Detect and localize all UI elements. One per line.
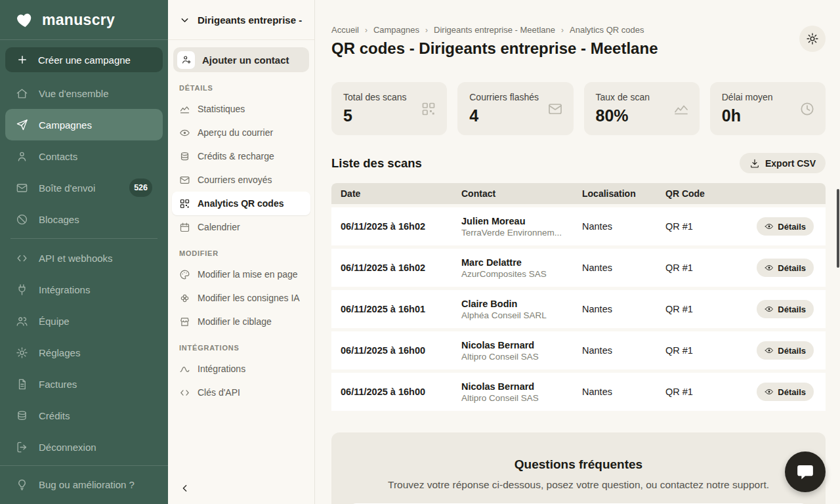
details-label: Détails xyxy=(778,222,806,232)
sidebar-item-outbox[interactable]: Boîte d'envoi 526 xyxy=(5,172,163,203)
details-button[interactable]: Détails xyxy=(757,383,814,401)
scan-qr-code: QR #1 xyxy=(665,345,739,356)
panel-item-integrations[interactable]: Intégrations xyxy=(172,357,310,381)
chat-widget-button[interactable] xyxy=(785,452,826,492)
export-csv-button[interactable]: Export CSV xyxy=(740,153,826,173)
panel-item-calendar[interactable]: Calendrier xyxy=(172,215,310,239)
details-button[interactable]: Détails xyxy=(757,341,814,360)
breadcrumb-campaign[interactable]: Dirigeants entreprise - Meetlane xyxy=(434,25,555,35)
sidebar-item-api-webhooks[interactable]: API et webhooks xyxy=(5,242,163,274)
ban-icon xyxy=(16,213,28,226)
campaign-selector[interactable]: Dirigeants entreprise - ... xyxy=(168,0,314,40)
sidebar-item-campaigns[interactable]: Campagnes xyxy=(5,109,163,140)
sidebar-item-settings[interactable]: Réglages xyxy=(5,337,163,368)
sidebar-item-bug-report[interactable]: Bug ou amélioration ? xyxy=(5,469,163,500)
export-csv-label: Export CSV xyxy=(765,158,816,169)
create-campaign-label: Créer une campagne xyxy=(38,54,131,66)
panel-item-api-keys[interactable]: Clés d'API xyxy=(172,381,310,404)
chevron-down-icon xyxy=(179,14,190,26)
create-campaign-button[interactable]: Créer une campagne xyxy=(5,47,163,72)
scan-date: 06/11/2025 à 16h00 xyxy=(341,387,461,397)
scan-list-heading: Liste des scans xyxy=(331,156,422,171)
coins-icon xyxy=(179,151,190,162)
code-icon xyxy=(179,387,190,398)
breadcrumb-separator: › xyxy=(425,26,428,35)
panel-item-label: Intégrations xyxy=(198,364,245,374)
contact-name: Nicolas Bernard xyxy=(461,381,582,392)
add-contact-button[interactable]: Ajouter un contact xyxy=(173,47,309,72)
section-label-integrations: INTÉGRATIONS xyxy=(168,333,314,357)
contact-company: Altipro Conseil SAS xyxy=(461,352,574,362)
qr-code-icon xyxy=(421,101,436,117)
details-button[interactable]: Détails xyxy=(757,217,814,236)
faq-subtitle: Trouvez votre réponse ci-dessous, posez … xyxy=(348,479,808,491)
details-label: Détails xyxy=(778,263,806,273)
breadcrumb-separator: › xyxy=(365,26,368,35)
sidebar-item-label: Bug ou amélioration ? xyxy=(39,479,135,490)
table-row: 06/11/2025 à 16h02 Marc Delattre AzurCom… xyxy=(331,249,826,287)
panel-item-edit-targeting[interactable]: Modifier le ciblage xyxy=(172,310,310,333)
mail-icon xyxy=(179,175,190,186)
table-row: 06/11/2025 à 16h01 Claire Bodin Alphéa C… xyxy=(331,290,826,328)
sidebar-item-label: Contacts xyxy=(39,151,77,162)
chat-icon xyxy=(795,462,815,482)
main-content: Accueil › Campagnes › Dirigeants entrepr… xyxy=(315,0,840,504)
column-header-date: Date xyxy=(341,188,461,199)
sidebar-item-label: Factures xyxy=(39,379,77,390)
trend-icon xyxy=(673,101,689,117)
outbox-count-badge: 526 xyxy=(129,178,152,197)
table-header-row: Date Contact Localisation QR Code xyxy=(331,183,826,204)
scan-location: Nantes xyxy=(582,262,665,273)
scan-qr-code: QR #1 xyxy=(665,387,739,397)
sidebar-item-team[interactable]: Équipe xyxy=(5,305,163,337)
panel-item-qr-analytics[interactable]: Analytics QR codes xyxy=(172,192,310,215)
panel-item-label: Calendrier xyxy=(198,222,240,232)
breadcrumb-campaigns[interactable]: Campagnes xyxy=(373,25,419,35)
details-button[interactable]: Détails xyxy=(757,259,814,277)
sidebar-item-label: Équipe xyxy=(39,316,70,327)
page-settings-button[interactable] xyxy=(799,26,826,52)
breadcrumb-home[interactable]: Accueil xyxy=(331,25,359,35)
panel-item-credits-recharge[interactable]: Crédits & recharge xyxy=(172,144,310,168)
breadcrumb-qr-analytics[interactable]: Analytics QR codes xyxy=(570,25,644,35)
collapse-panel-button[interactable] xyxy=(177,480,193,496)
calendar-icon xyxy=(179,222,190,233)
scan-list-header: Liste des scans Export CSV xyxy=(331,153,826,173)
sidebar-item-logout[interactable]: Déconnexion xyxy=(5,431,163,463)
panel-item-edit-layout[interactable]: Modifier la mise en page xyxy=(172,262,310,286)
panel-item-label: Crédits & recharge xyxy=(198,151,274,161)
scan-qr-code: QR #1 xyxy=(665,221,739,232)
panel-item-label: Modifier les consignes IA xyxy=(198,293,300,303)
sidebar-footer: Bug ou amélioration ? xyxy=(0,465,168,504)
sidebar-item-label: Crédits xyxy=(39,410,70,421)
panel-item-edit-ai-guidelines[interactable]: Modifier les consignes IA xyxy=(172,286,310,310)
sidebar-item-invoices[interactable]: Factures xyxy=(5,368,163,400)
heart-logo-icon xyxy=(13,9,35,31)
sparkle-icon xyxy=(179,293,190,304)
scrollbar-thumb[interactable] xyxy=(837,189,839,268)
scan-date: 06/11/2025 à 16h01 xyxy=(341,304,461,314)
contact-company: AzurComposites SAS xyxy=(461,269,574,279)
sidebar-item-credits[interactable]: Crédits xyxy=(5,400,163,431)
details-button[interactable]: Détails xyxy=(757,300,814,318)
panel-item-sent-mail[interactable]: Courriers envoyés xyxy=(172,168,310,192)
primary-sidebar: manuscry Créer une campagne Vue d'ensemb… xyxy=(0,0,168,504)
contact-name: Marc Delattre xyxy=(461,257,582,268)
section-label-details: DÉTAILS xyxy=(168,74,314,97)
panel-item-label: Aperçu du courrier xyxy=(198,127,273,138)
sidebar-item-overview[interactable]: Vue d'ensemble xyxy=(5,77,163,109)
panel-item-mail-preview[interactable]: Aperçu du courrier xyxy=(172,121,310,144)
sidebar-item-blocks[interactable]: Blocages xyxy=(5,203,163,235)
eye-icon xyxy=(765,304,774,314)
bulb-icon xyxy=(16,478,28,491)
sidebar-item-label: Réglages xyxy=(39,347,80,358)
gear-icon xyxy=(806,32,819,45)
sidebar-item-contacts[interactable]: Contacts xyxy=(5,140,163,172)
panel-item-label: Clés d'API xyxy=(198,387,240,398)
panel-item-statistics[interactable]: Statistiques xyxy=(172,97,310,121)
scan-qr-code: QR #1 xyxy=(665,304,739,314)
sidebar-item-label: Intégrations xyxy=(39,284,90,295)
sidebar-item-integrations[interactable]: Intégrations xyxy=(5,274,163,305)
scan-location: Nantes xyxy=(582,304,665,314)
faq-section: Questions fréquentes Trouvez votre répon… xyxy=(331,432,826,504)
